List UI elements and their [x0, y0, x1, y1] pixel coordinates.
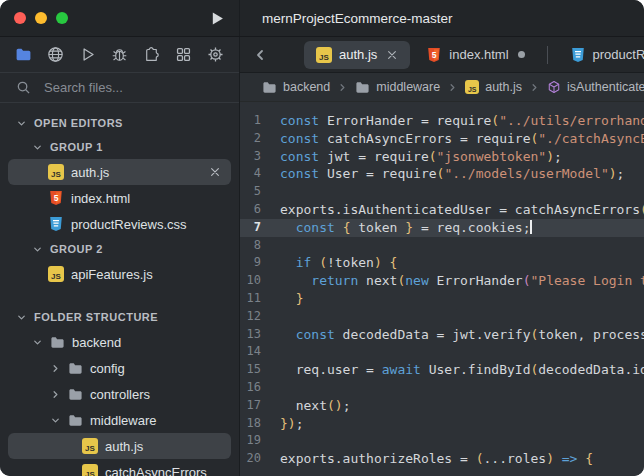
traffic-light-zoom[interactable] [56, 12, 68, 24]
code-token: ; [617, 166, 625, 181]
code-token: ...roles [484, 451, 547, 466]
group-label: GROUP 1 [50, 141, 103, 153]
line-number: 3 [246, 148, 261, 166]
traffic-light-close[interactable] [14, 12, 26, 24]
chevron-down-icon [32, 244, 43, 255]
breadcrumb-item-auth-js[interactable]: JSauth.js [465, 80, 522, 94]
grid-icon[interactable] [175, 46, 192, 63]
tree-item-middleware[interactable]: middleware [8, 407, 231, 433]
line-number: 13 [246, 326, 261, 344]
code-text: const User = require("../models/userMode… [280, 165, 624, 183]
open-editor-item[interactable]: 5index.html [8, 185, 231, 211]
open-editor-item[interactable]: productReviews.css [8, 211, 231, 237]
code-text: req.user = await User.findById(decodedDa… [280, 361, 644, 379]
chevron-left-icon[interactable] [252, 47, 268, 63]
code-token: decodedData.id [538, 362, 644, 377]
code-token: ( [476, 451, 484, 466]
line-number: 17 [246, 397, 261, 415]
code-token [280, 273, 311, 288]
debug-icon[interactable] [111, 46, 128, 63]
code-token [280, 255, 296, 270]
tabs-container: JSauth.js5index.htmlproductReviews.css [300, 41, 644, 69]
breadcrumb-separator-icon [337, 82, 348, 93]
run-play-button[interactable] [208, 10, 225, 27]
code-line: 14 [240, 343, 644, 361]
symbol-icon [547, 80, 561, 94]
code-line: 7 const { token } = req.cookies; [240, 219, 644, 237]
sidebar: OPEN EDITORSGROUP 1JSauth.js5index.htmlp… [0, 37, 240, 476]
tree-item-catchasyncerrors[interactable]: JScatchAsyncErrors [8, 459, 231, 476]
extensions-icon[interactable] [143, 46, 160, 63]
code-token: "./catchAsyncErrors" [538, 131, 644, 146]
open-editor-item[interactable]: JSapiFeatures.js [8, 261, 231, 287]
editor-group-label[interactable]: GROUP 2 [8, 237, 231, 261]
js-file-icon: JS [316, 47, 332, 63]
tree-item-label: backend [72, 335, 121, 350]
tab-label: auth.js [339, 47, 377, 62]
close-icon[interactable] [386, 49, 398, 61]
tab-label: index.html [449, 47, 508, 62]
code-text: if (!token) { [280, 254, 397, 272]
window-title: mernProjectEcommerce-master [262, 11, 453, 26]
traffic-lights [14, 12, 68, 24]
tree-item-label: controllers [90, 387, 150, 402]
chevron-down-icon [50, 415, 61, 426]
breadcrumb-separator-icon [447, 82, 458, 93]
tree-item-auth-js[interactable]: JSauth.js [8, 433, 231, 459]
chevron-down-icon [16, 312, 27, 323]
tree-item-backend[interactable]: backend [8, 329, 231, 355]
html-file-icon: 5 [48, 190, 64, 206]
code-text: const decodedData = jwt.verify(token, pr… [280, 326, 644, 344]
search-input[interactable] [42, 79, 196, 96]
line-number: 8 [246, 237, 261, 255]
title-bar: mernProjectEcommerce-master [0, 0, 644, 37]
tab-label: productReviews.css [593, 47, 644, 62]
line-number: 19 [246, 432, 261, 450]
tree-item-controllers[interactable]: controllers [8, 381, 231, 407]
js-file-icon: JS [48, 266, 64, 282]
section-header-open-editors[interactable]: OPEN EDITORS [8, 111, 231, 135]
settings-icon[interactable] [207, 46, 224, 63]
code-line: 17 next(); [240, 397, 644, 415]
editor-tab-auth-js[interactable]: JSauth.js [304, 41, 410, 69]
code-line: 4const User = require("../models/userMod… [240, 165, 644, 183]
editor-area: JSauth.js5index.htmlproductReviews.css b… [240, 37, 644, 476]
code-token: ErrorHander = require [319, 113, 491, 128]
breadcrumb-item-middleware[interactable]: middleware [355, 80, 440, 95]
chevron-right-icon[interactable] [276, 47, 292, 63]
editor-group-label[interactable]: GROUP 1 [8, 135, 231, 159]
code-token: "../models/userModel" [444, 166, 608, 181]
explorer-tree: OPEN EDITORSGROUP 1JSauth.js5index.htmlp… [0, 103, 239, 476]
code-token: if [296, 255, 312, 270]
code-token: ( [640, 202, 644, 217]
code-line: 20exports.authorizeRoles = (...roles) =>… [240, 450, 644, 468]
breadcrumb-separator-icon [529, 82, 540, 93]
close-icon[interactable] [209, 166, 231, 178]
title-bar-right: mernProjectEcommerce-master [240, 0, 644, 36]
code-token: User.findById [421, 362, 531, 377]
code-token: const [296, 220, 335, 235]
globe-icon[interactable] [47, 46, 64, 63]
tree-item-config[interactable]: config [8, 355, 231, 381]
code-token [280, 327, 296, 342]
editor-tab-productreviews-css[interactable]: productReviews.css [558, 41, 644, 69]
section-header-folder-structure[interactable]: FOLDER STRUCTURE [8, 305, 231, 329]
group-label: GROUP 2 [50, 243, 103, 255]
svg-text:5: 5 [54, 193, 59, 203]
code-text: const catchAsyncErrors = require("./catc… [280, 130, 644, 148]
breadcrumb-item-backend[interactable]: backend [262, 80, 330, 95]
code-token: = req.cookies; [413, 220, 530, 235]
open-editor-item[interactable]: JSauth.js [8, 159, 231, 185]
run-icon[interactable] [79, 46, 96, 63]
chevron-down-icon [32, 337, 43, 348]
editor-tab-index-html[interactable]: 5index.html [414, 41, 536, 69]
code-token: next [280, 398, 327, 413]
traffic-light-minimize[interactable] [35, 12, 47, 24]
code-line: 16 [240, 379, 644, 397]
js-file-icon: JS [82, 464, 98, 476]
breadcrumb-item-isauthenticateduser[interactable]: isAuthenticatedUser [547, 80, 644, 94]
code-editor[interactable]: 1const ErrorHander = require("../utils/e… [240, 102, 644, 476]
files-icon[interactable] [15, 46, 32, 63]
code-token [311, 255, 319, 270]
code-line: 9 if (!token) { [240, 254, 644, 272]
